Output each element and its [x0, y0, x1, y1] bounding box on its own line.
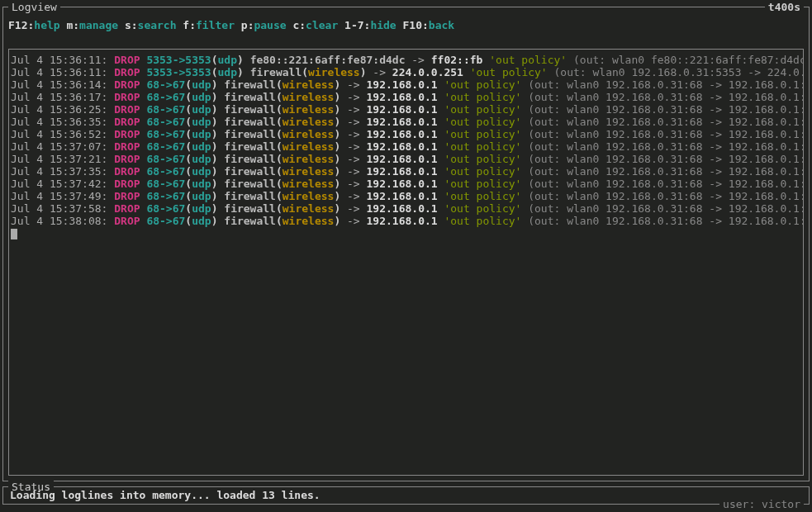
log-proto: udp — [192, 215, 211, 227]
log-tail: (out: wlan0 fe80::221:6aff:fe87:d4dc:535… — [573, 54, 804, 66]
log-dest: 224.0.0.251 — [392, 66, 463, 78]
log-policy: 'out policy' — [444, 178, 521, 190]
log-date: Jul 4 15:36:17: — [11, 91, 114, 103]
log-action: DROP — [114, 66, 140, 78]
log-row: Jul 4 15:36:17: DROP 68->67(udp) firewal… — [11, 91, 801, 103]
log-policy: 'out policy' — [444, 91, 521, 103]
menu-key: m: — [66, 19, 79, 31]
log-interface: wireless — [283, 153, 335, 165]
log-date: Jul 4 15:36:35: — [11, 116, 114, 128]
log-dest: 192.168.0.1 — [367, 165, 438, 178]
log-interface: wireless — [283, 178, 335, 190]
log-source: firewall — [224, 215, 276, 227]
log-ports: 68->67 — [146, 78, 185, 91]
log-policy: 'out policy' — [444, 103, 521, 116]
log-tail: (out: wlan0 192.168.0.31:68 -> 192.168.0… — [528, 78, 804, 91]
log-interface: wireless — [283, 140, 335, 153]
log-ports: 68->67 — [146, 215, 185, 227]
menu-action-clear[interactable]: clear — [306, 19, 338, 31]
log-dest: ff02::fb — [431, 54, 483, 66]
log-ports: 68->67 — [146, 103, 185, 116]
log-action: DROP — [114, 103, 140, 116]
log-date: Jul 4 15:36:14: — [11, 78, 114, 91]
menu-key: F12: — [8, 19, 34, 31]
menubar: F12:help m:manage s:search f:filter p:pa… — [8, 19, 454, 31]
log-row: Jul 4 15:36:14: DROP 68->67(udp) firewal… — [11, 78, 801, 91]
menu-action-help[interactable]: help — [34, 19, 59, 31]
menu-action-manage[interactable]: manage — [79, 19, 118, 31]
log-tail: (out: wlan0 192.168.0.31:68 -> 192.168.0… — [528, 165, 804, 178]
log-tail: (out: wlan0 192.168.0.31:68 -> 192.168.0… — [528, 91, 804, 103]
menu-action-search[interactable]: search — [138, 19, 177, 31]
log-dest: 192.168.0.1 — [367, 128, 438, 140]
log-row: Jul 4 15:36:25: DROP 68->67(udp) firewal… — [11, 103, 801, 116]
log-action: DROP — [114, 54, 140, 66]
log-source: firewall — [224, 202, 276, 215]
log-ports: 68->67 — [146, 202, 185, 215]
log-dest: 192.168.0.1 — [367, 178, 438, 190]
log-date: Jul 4 15:37:58: — [11, 202, 114, 215]
log-output[interactable]: Jul 4 15:36:11: DROP 5353->5353(udp) fe8… — [8, 49, 804, 476]
menu-action-filter[interactable]: filter — [196, 19, 235, 31]
log-dest: 192.168.0.1 — [367, 202, 438, 215]
log-interface: wireless — [283, 116, 335, 128]
menu-action-pause[interactable]: pause — [254, 19, 286, 31]
log-source: firewall — [224, 116, 276, 128]
menu-key: c: — [292, 19, 306, 31]
log-row: Jul 4 15:36:11: DROP 5353->5353(udp) fe8… — [11, 54, 801, 66]
log-action: DROP — [114, 190, 140, 202]
log-source: firewall — [250, 66, 302, 78]
log-policy: 'out policy' — [444, 165, 521, 178]
log-ports: 68->67 — [146, 178, 185, 190]
menu-key: f: — [183, 19, 196, 31]
log-row: Jul 4 15:37:07: DROP 68->67(udp) firewal… — [11, 140, 801, 153]
log-action: DROP — [114, 178, 140, 190]
log-policy: 'out policy' — [444, 128, 521, 140]
menu-action-hide[interactable]: hide — [370, 19, 396, 31]
log-date: Jul 4 15:36:25: — [11, 103, 114, 116]
log-ports: 5353->5353 — [146, 54, 211, 66]
log-dest: 192.168.0.1 — [367, 91, 438, 103]
log-source: firewall — [224, 140, 276, 153]
log-source: fe80::221:6aff:fe87:d4dc — [250, 54, 406, 66]
log-action: DROP — [114, 78, 140, 91]
log-row: Jul 4 15:37:35: DROP 68->67(udp) firewal… — [11, 165, 801, 178]
menu-action-back[interactable]: back — [429, 19, 454, 31]
log-proto: udp — [192, 103, 211, 116]
log-source: firewall — [224, 128, 276, 140]
log-date: Jul 4 15:37:49: — [11, 190, 114, 202]
log-tail: (out: wlan0 192.168.0.31:68 -> 192.168.0… — [528, 116, 804, 128]
log-row: Jul 4 15:37:21: DROP 68->67(udp) firewal… — [11, 153, 801, 165]
log-action: DROP — [114, 202, 140, 215]
log-proto: udp — [192, 116, 211, 128]
menu-key: F10: — [403, 19, 429, 31]
log-proto: udp — [192, 178, 211, 190]
log-date: Jul 4 15:38:08: — [11, 215, 114, 227]
log-proto: udp — [192, 91, 211, 103]
log-proto: udp — [192, 190, 211, 202]
log-tail: (out: wlan0 192.168.0.31:68 -> 192.168.0… — [528, 153, 804, 165]
log-action: DROP — [114, 91, 140, 103]
log-date: Jul 4 15:36:11: — [11, 54, 114, 66]
log-source: firewall — [224, 178, 276, 190]
log-dest: 192.168.0.1 — [367, 153, 438, 165]
status-message: Loading loglines into memory... loaded 1… — [10, 489, 321, 501]
logview-title: Logview — [8, 1, 60, 13]
log-policy: 'out policy' — [444, 190, 521, 202]
log-proto: udp — [192, 140, 211, 153]
log-policy: 'out policy' — [470, 66, 548, 78]
log-row: Jul 4 15:38:08: DROP 68->67(udp) firewal… — [11, 215, 801, 227]
log-proto: udp — [217, 54, 236, 66]
hostname: t400s — [765, 1, 804, 13]
log-interface: wireless — [283, 190, 335, 202]
log-proto: udp — [192, 165, 211, 178]
log-ports: 68->67 — [146, 165, 185, 178]
log-dest: 192.168.0.1 — [367, 215, 438, 227]
log-dest: 192.168.0.1 — [367, 103, 438, 116]
log-proto: udp — [192, 128, 211, 140]
log-date: Jul 4 15:36:52: — [11, 128, 114, 140]
log-proto: udp — [192, 78, 211, 91]
log-source: firewall — [224, 153, 276, 165]
log-ports: 68->67 — [146, 91, 185, 103]
log-row: Jul 4 15:37:49: DROP 68->67(udp) firewal… — [11, 190, 801, 202]
